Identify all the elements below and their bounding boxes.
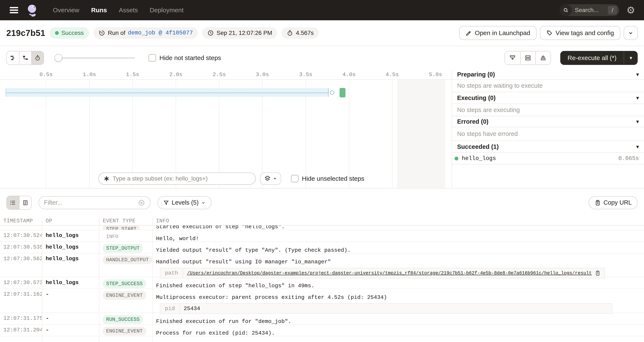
- metadata-entry-path: path /Users/erincochran/Desktop/dagster-…: [160, 268, 605, 278]
- step-subset-input[interactable]: [113, 175, 251, 182]
- tag-icon: [546, 30, 553, 36]
- succeeded-step-row[interactable]: hello_logs 0.065s: [452, 153, 644, 164]
- chevron-down-icon: [628, 30, 634, 36]
- structured-log-icon: [22, 200, 28, 206]
- split-panes-button[interactable]: [520, 51, 535, 64]
- collapse-bottom-pane-button[interactable]: [505, 51, 520, 64]
- section-succeeded-header[interactable]: Succeeded (1)▾: [452, 141, 644, 153]
- slider-track[interactable]: [54, 57, 135, 59]
- list-icon: [10, 200, 16, 206]
- gantt-footer: Hide unselected steps: [0, 169, 452, 188]
- gantt-waterfall-view-button[interactable]: [19, 51, 31, 64]
- log-row[interactable]: 12:07:30.535 hello_logs STEP_OUTPUT Yiel…: [0, 242, 644, 254]
- hide-not-started-checkbox[interactable]: [148, 54, 156, 62]
- event-type-badge: ENGINE_EVENT: [103, 291, 146, 300]
- run-main-area: 0.5s 1.0s 1.5s 2.0s 2.5s 3.0s 3.5s 4.0s …: [0, 70, 644, 188]
- nav-item-overview[interactable]: Overview: [53, 6, 79, 14]
- expand-bottom-pane-button[interactable]: [535, 51, 550, 64]
- section-preparing-empty: No steps are waiting to execute: [452, 80, 644, 92]
- axis-tick: 4.5s: [383, 72, 402, 78]
- status-dot-icon: [55, 31, 59, 35]
- nav-item-deployment[interactable]: Deployment: [150, 6, 184, 14]
- axis-tick: 3.0s: [253, 72, 272, 78]
- log-row[interactable]: STEP_START Started execution of step "he…: [0, 226, 644, 230]
- log-row[interactable]: 12:07:30.573 hello_logs STEP_SUCCESS Fin…: [0, 277, 644, 289]
- gear-icon[interactable]: ⚙: [626, 5, 635, 15]
- log-row[interactable]: 12:07:30.562 hello_logs HANDLED_OUTPUT H…: [0, 254, 644, 277]
- primary-nav: Overview Runs Assets Deployment: [53, 6, 184, 14]
- reexecute-all-button[interactable]: Re-execute all (*): [560, 51, 624, 65]
- hamburger-menu-icon[interactable]: [10, 7, 18, 13]
- job-link[interactable]: demo_job @ 4f105077: [128, 30, 193, 36]
- stopwatch-icon: [34, 55, 41, 61]
- reexecute-all-button-group: Re-execute all (*) ▾: [560, 51, 638, 65]
- global-search[interactable]: /: [560, 4, 619, 16]
- layers-icon: [264, 175, 271, 182]
- log-list-view-button[interactable]: [7, 196, 19, 209]
- gantt-toolbar: Hide not started steps: [0, 46, 644, 70]
- open-in-launchpad-button[interactable]: Open in Launchpad: [459, 26, 536, 40]
- section-preparing-header[interactable]: Preparing (0)▾: [452, 70, 644, 80]
- log-row[interactable]: 12:07:31.162 - ENGINE_EVENT Multiprocess…: [0, 289, 644, 313]
- log-table-header: TIMESTAMP OP EVENT TYPE INFO: [0, 217, 644, 226]
- log-filter-input[interactable]: [44, 199, 138, 206]
- axis-tick: 1.0s: [80, 72, 99, 78]
- event-type-badge: STEP_START: [103, 226, 140, 230]
- section-errored-empty: No steps have errored: [452, 127, 644, 141]
- run-actions-dropdown-button[interactable]: [624, 26, 638, 40]
- nav-item-assets[interactable]: Assets: [119, 6, 138, 14]
- log-row[interactable]: 12:07:30.524 hello_logs INFO Hello, worl…: [0, 230, 644, 242]
- step-bar-hello-logs[interactable]: [340, 88, 346, 98]
- log-toolbar: Levels (5) Copy URL: [0, 188, 644, 217]
- log-structured-view-button[interactable]: [19, 196, 31, 209]
- reexecute-dropdown-button[interactable]: ▾: [624, 51, 638, 65]
- view-tags-config-button[interactable]: View tags and config: [540, 26, 620, 40]
- log-filter[interactable]: [38, 196, 150, 209]
- copy-url-button[interactable]: Copy URL: [588, 196, 638, 209]
- axis-tick: 4.0s: [340, 72, 358, 78]
- levels-filter-button[interactable]: Levels (5): [157, 196, 212, 209]
- run-id: 219c7b51: [6, 28, 45, 38]
- log-level-label: INFO: [103, 232, 122, 241]
- gantt-zoom-slider[interactable]: [54, 54, 135, 62]
- event-type-badge: ENGINE_EVENT: [103, 327, 146, 336]
- top-nav: Overview Runs Assets Deployment / ⚙: [0, 0, 644, 20]
- step-marker-dot: [330, 90, 334, 95]
- path-link[interactable]: /Users/erincochran/Desktop/dagster-examp…: [187, 270, 592, 276]
- col-header-event-type: EVENT TYPE: [99, 217, 153, 225]
- axis-tick: 1.5s: [123, 72, 142, 78]
- hide-unselected-label: Hide unselected steps: [302, 175, 364, 182]
- timestamp-pill: Sep 21, 12:07:26 PM: [202, 27, 277, 39]
- event-type-badge: STEP_OUTPUT: [103, 244, 143, 252]
- section-errored-header[interactable]: Errored (0)▾: [452, 116, 644, 127]
- search-icon: [560, 4, 572, 16]
- nav-item-runs[interactable]: Runs: [91, 6, 107, 14]
- copy-path-icon[interactable]: [595, 270, 601, 276]
- run-header: 219c7b51 Success Run of demo_job @ 4f105…: [0, 20, 644, 46]
- log-row[interactable]: 12:07:31.204 - ENGINE_EVENT Process for …: [0, 325, 644, 336]
- clipboard-icon: [594, 200, 601, 206]
- section-executing-header[interactable]: Executing (0)▾: [452, 92, 644, 104]
- step-waiting-band: [6, 88, 328, 97]
- col-header-op: OP: [42, 217, 99, 225]
- pane-collapse-down-icon: [509, 54, 516, 61]
- search-input[interactable]: [575, 7, 606, 14]
- hide-unselected-checkbox[interactable]: [291, 175, 298, 182]
- graph-query-toggle-button[interactable]: [260, 172, 281, 185]
- dagster-logo-icon[interactable]: [26, 4, 39, 17]
- waterfall-gantt-icon: [22, 55, 28, 61]
- gantt-flat-view-button[interactable]: [7, 51, 19, 64]
- run-of-label: Run of: [108, 30, 125, 36]
- step-subset-filter[interactable]: [98, 172, 256, 185]
- gantt-timed-view-button[interactable]: [31, 51, 44, 64]
- clear-filter-icon[interactable]: [138, 199, 145, 206]
- col-header-timestamp: TIMESTAMP: [0, 217, 42, 225]
- op-selector-icon: [104, 176, 110, 182]
- slider-thumb[interactable]: [54, 54, 62, 62]
- axis-tick: 2.0s: [166, 72, 186, 78]
- log-row[interactable]: 12:07:31.175 - RUN_SUCCESS Finished exec…: [0, 313, 644, 325]
- axis-tick: 0.5s: [36, 72, 56, 78]
- run-of-pill: Run of demo_job @ 4f105077: [94, 27, 198, 39]
- dagster-run-page: Overview Runs Assets Deployment / ⚙ 219c…: [0, 0, 644, 342]
- event-type-badge: STEP_SUCCESS: [103, 280, 146, 288]
